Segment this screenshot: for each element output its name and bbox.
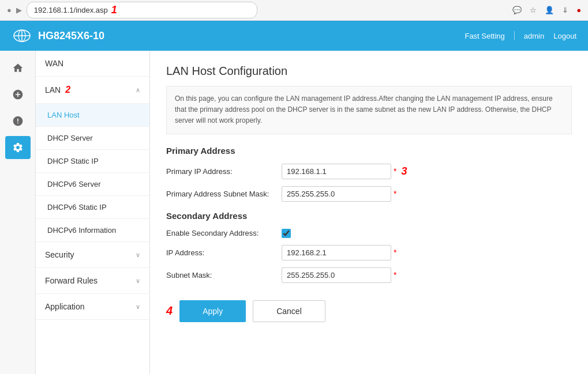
- lan-chevron-icon: ∧: [136, 86, 140, 94]
- button-row: 4 Apply Cancel: [166, 294, 572, 322]
- sidebar-item-lan[interactable]: LAN 2 ∧: [36, 77, 149, 104]
- address-bar[interactable]: 192.168.1.1/index.asp 1: [27, 2, 257, 18]
- nav-sidebar: WAN LAN 2 ∧ LAN Host DHCP Server DHCP St…: [36, 51, 150, 374]
- ip-address-required: *: [394, 248, 396, 257]
- header-right: Fast Setting admin Logout: [465, 31, 576, 40]
- primary-mask-required: *: [394, 189, 396, 198]
- enable-secondary-row: Enable Secondary Address:: [166, 229, 572, 238]
- sidebar-item-lan-host[interactable]: LAN Host: [36, 104, 149, 127]
- logo-area: HG8245X6-10: [12, 28, 104, 44]
- sidebar-item-forward-rules[interactable]: Forward Rules ∨: [36, 268, 149, 294]
- browser-bar: ● ▶ 192.168.1.1/index.asp 1 💬 ☆ 👤 ⇓ ●: [0, 0, 588, 21]
- security-icon: ●: [7, 6, 12, 14]
- star-icon[interactable]: ☆: [530, 6, 537, 14]
- download-icon[interactable]: ⇓: [562, 6, 568, 14]
- secondary-section-title: Secondary Address: [166, 211, 572, 221]
- fast-setting-link[interactable]: Fast Setting: [465, 32, 504, 40]
- ip-address-label: IP Address:: [166, 248, 282, 257]
- enable-secondary-checkbox[interactable]: [282, 229, 291, 238]
- main-layout: WAN LAN 2 ∧ LAN Host DHCP Server DHCP St…: [0, 51, 588, 374]
- sidebar-item-wan[interactable]: WAN: [36, 51, 149, 77]
- step3-badge: 3: [401, 165, 407, 177]
- application-chevron-icon: ∨: [136, 303, 140, 311]
- primary-ip-row: Primary IP Address: * 3: [166, 164, 572, 179]
- header-divider: [514, 31, 515, 40]
- profile-icon[interactable]: 👤: [545, 6, 554, 14]
- subnet-mask-input[interactable]: [282, 267, 391, 283]
- primary-ip-required: *: [394, 167, 396, 176]
- translate-icon[interactable]: 💬: [512, 6, 522, 14]
- step4-badge: 4: [166, 304, 173, 318]
- sidebar-item-application[interactable]: Application ∨: [36, 294, 149, 320]
- lan-label: LAN 2: [45, 85, 70, 95]
- subnet-mask-row: Subnet Mask: *: [166, 267, 572, 283]
- primary-mask-label: Primary Address Subnet Mask:: [166, 190, 282, 198]
- step2-badge: 2: [65, 85, 70, 95]
- primary-ip-label: Primary IP Address:: [166, 167, 282, 176]
- subnet-mask-required: *: [394, 270, 396, 279]
- huawei-logo-icon: [12, 28, 32, 44]
- ip-address-input[interactable]: [282, 245, 391, 260]
- app-header: HG8245X6-10 Fast Setting admin Logout: [0, 21, 588, 51]
- wan-label: WAN: [45, 59, 63, 68]
- sidebar-item-dhcp-static-ip[interactable]: DHCP Static IP: [36, 150, 149, 173]
- enable-secondary-label: Enable Secondary Address:: [166, 229, 282, 237]
- primary-mask-input[interactable]: [282, 186, 391, 202]
- primary-ip-input[interactable]: [282, 164, 391, 179]
- sidebar-icon-clock[interactable]: [5, 109, 31, 133]
- forward-rules-chevron-icon: ∨: [136, 277, 140, 285]
- sidebar-item-dhcpv6-static-ip[interactable]: DHCPv6 Static IP: [36, 196, 149, 219]
- sidebar-icon-add[interactable]: [5, 83, 31, 106]
- subnet-mask-label: Subnet Mask:: [166, 271, 282, 279]
- sidebar-item-dhcpv6-info[interactable]: DHCPv6 Information: [36, 219, 149, 242]
- admin-label: admin: [524, 32, 544, 40]
- ip-address-row: IP Address: *: [166, 245, 572, 260]
- content-area: LAN Host Configuration On this page, you…: [150, 51, 588, 374]
- page-title: LAN Host Configuration: [166, 65, 572, 78]
- primary-mask-row: Primary Address Subnet Mask: *: [166, 186, 572, 202]
- sidebar-item-security[interactable]: Security ∨: [36, 242, 149, 268]
- browser-icons: 💬 ☆ 👤 ⇓ ●: [512, 6, 581, 14]
- apply-button[interactable]: Apply: [179, 300, 246, 322]
- icon-sidebar: [0, 51, 36, 374]
- step1-badge: 1: [111, 4, 117, 16]
- primary-section-title: Primary Address: [166, 146, 572, 156]
- cancel-button[interactable]: Cancel: [253, 300, 325, 322]
- app-title: HG8245X6-10: [38, 30, 104, 42]
- sidebar-item-dhcpv6-server[interactable]: DHCPv6 Server: [36, 173, 149, 196]
- address-icon: ▶: [16, 6, 22, 14]
- sidebar-icon-home[interactable]: [5, 56, 31, 80]
- info-box: On this page, you can configure the LAN …: [166, 86, 572, 134]
- sidebar-item-dhcp-server[interactable]: DHCP Server: [36, 127, 149, 150]
- url-text: 192.168.1.1/index.asp: [34, 6, 108, 14]
- menu-icon[interactable]: ●: [576, 6, 581, 14]
- logout-button[interactable]: Logout: [553, 32, 576, 40]
- security-chevron-icon: ∨: [136, 251, 140, 259]
- sidebar-icon-settings[interactable]: [5, 136, 31, 159]
